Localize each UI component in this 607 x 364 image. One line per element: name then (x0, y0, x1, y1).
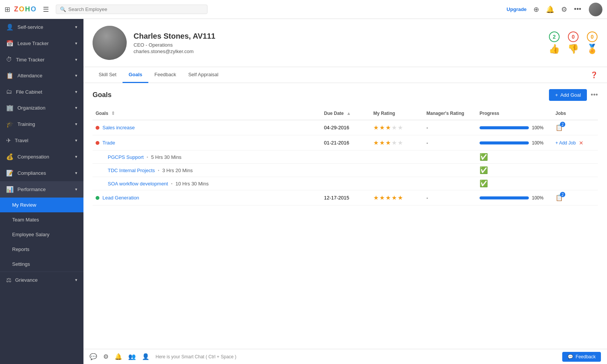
sidebar-item-organization[interactable]: 🏢 Organization ▾ (0, 100, 83, 116)
help-icon[interactable]: ❓ (590, 71, 598, 78)
goal-link-sales-increase[interactable]: Sales increase (102, 125, 135, 130)
avatar-placeholder (93, 26, 127, 60)
jobs-cell-lead: 📋 2 (555, 194, 595, 201)
tdc-hours: 3 Hrs 20 Mins (162, 168, 193, 173)
check-icon-tdc: ✅ (480, 166, 488, 174)
compensation-icon: 💰 (6, 153, 14, 160)
sidebar-label-time-tracker: Time Tracker (16, 57, 44, 63)
feedback-button[interactable]: 💬 Feedback (562, 352, 601, 362)
thumbs-up-icon: 👍 (549, 44, 560, 54)
sidebar-item-self-service[interactable]: 👤 Self-service ▾ (0, 19, 83, 35)
sidebar-label-grievance: Grievance (15, 277, 38, 283)
soa-hours: 10 Hrs 30 Mins (175, 181, 208, 187)
upgrade-button[interactable]: Upgrade (506, 6, 527, 12)
table-row: Lead Generation 12-17-2015 ★★★★★ - (93, 190, 598, 206)
notification-icon-bottom[interactable]: 🔔 (115, 353, 122, 360)
tab-skill-set[interactable]: Skill Set (93, 67, 123, 83)
users-icon-bottom[interactable]: 👥 (128, 353, 136, 360)
sidebar-label-self-service: Self-service (17, 24, 43, 30)
sidebar-label-settings: Settings (12, 261, 30, 267)
goal-link-trade[interactable]: Trade (102, 140, 115, 146)
sidebar-item-travel[interactable]: ✈ Travel ▾ (0, 132, 83, 149)
sub-goal-link-tdc[interactable]: TDC Internal Projects (108, 168, 155, 173)
sidebar-arrow-self-service: ▾ (75, 25, 77, 30)
jobs-icon-wrap[interactable]: 📋 2 (555, 124, 563, 131)
search-input[interactable] (68, 6, 203, 12)
sidebar-item-time-tracker[interactable]: ⏱ Time Tracker ▾ (0, 52, 83, 67)
profile-header: Charles Stones, AV111 CEO - Operations c… (83, 19, 607, 67)
grid-icon[interactable]: ⊞ (5, 5, 10, 14)
time-tracker-icon: ⏱ (6, 56, 12, 63)
add-goal-label: Add Goal (560, 92, 581, 98)
profile-title: CEO - Operations (134, 42, 542, 48)
progress-cell-lead: 100% (480, 195, 549, 201)
tabs: Skill Set Goals Feedback Self Appraisal … (83, 67, 607, 83)
dot-separator: • (147, 155, 148, 159)
sub-goal-link-pgcps[interactable]: PGCPS Support (108, 154, 144, 160)
sort-icon-due-date[interactable]: ▲ (346, 111, 351, 116)
col-managers-rating: Manager's Rating (423, 107, 476, 120)
sidebar-item-teammates[interactable]: Team Mates (0, 212, 83, 227)
sub-goal-link-soa[interactable]: SOA workflow development (108, 181, 168, 187)
managers-rating-sales: - (423, 120, 476, 135)
attendance-icon: 📋 (6, 72, 14, 79)
table-row: Sales increase 04-29-2016 ★★★★★ - (93, 120, 598, 135)
goal-link-lead-generation[interactable]: Lead Generation (102, 195, 139, 201)
add-job-button[interactable]: + Add Job (555, 140, 576, 146)
sidebar-arrow-grievance: ▾ (75, 278, 77, 282)
sidebar-item-file-cabinet[interactable]: 🗂 File Cabinet ▾ (0, 84, 83, 100)
goals-title: Goals (93, 91, 112, 99)
sidebar-item-employee-salary[interactable]: Employee Salary (0, 227, 83, 242)
settings-icon[interactable]: ⚙ (561, 5, 567, 14)
sidebar-item-compensation[interactable]: 💰 Compensation ▾ (0, 149, 83, 165)
goals-header: Goals + Add Goal ••• (93, 83, 598, 107)
sidebar-item-attendance[interactable]: 📋 Attendance ▾ (0, 67, 83, 84)
add-icon[interactable]: ⊕ (533, 5, 539, 14)
table-header: Goals ⇕ Due Date ▲ My Rating Manager's R… (93, 107, 598, 120)
goals-more-button[interactable]: ••• (591, 91, 598, 99)
tab-goals[interactable]: Goals (123, 67, 148, 83)
table-body: Sales increase 04-29-2016 ★★★★★ - (93, 120, 598, 206)
more-icon[interactable]: ••• (574, 5, 581, 13)
profile-info: Charles Stones, AV111 CEO - Operations c… (134, 32, 542, 54)
settings-icon-bottom[interactable]: ⚙ (103, 353, 109, 360)
sidebar-item-reports[interactable]: Reports (0, 242, 83, 257)
sidebar-item-compliances[interactable]: 📝 Compliances ▾ (0, 165, 83, 181)
chat-icon[interactable]: 💬 (90, 353, 97, 360)
avatar-image (589, 3, 602, 16)
sidebar-item-settings[interactable]: Settings (0, 257, 83, 271)
sidebar-label-reports: Reports (12, 246, 30, 252)
tab-self-appraisal[interactable]: Self Appraisal (182, 67, 225, 83)
sidebar-label-organization: Organization (17, 105, 46, 111)
sidebar-item-my-review[interactable]: My Review (0, 198, 83, 212)
goal-name-cell-lead: Lead Generation (96, 195, 318, 201)
sidebar-arrow-time-tracker: ▾ (75, 57, 77, 62)
sidebar-item-grievance[interactable]: ⚖ Grievance ▾ (0, 272, 83, 288)
sidebar-item-leave-tracker[interactable]: 📅 Leave Tracker ▾ (0, 35, 83, 52)
add-icon: + (555, 92, 558, 98)
jobs-cell-trade: + Add Job ✕ (555, 140, 595, 146)
sidebar-item-performance[interactable]: 📊 Performance ▾ (0, 181, 83, 198)
performance-icon: 📊 (6, 186, 14, 193)
sidebar-arrow-compliances: ▾ (75, 171, 77, 176)
goal-name-cell: Sales increase (96, 125, 318, 130)
progress-cell-trade: 100% (480, 140, 549, 146)
goal-name-cell-trade: Trade (96, 140, 318, 146)
jobs-icon-wrap-lead[interactable]: 📋 2 (555, 194, 563, 201)
col-progress: Progress (476, 107, 552, 120)
sort-icon-goals[interactable]: ⇕ (111, 111, 115, 116)
profile-icon-bottom[interactable]: 👤 (142, 353, 149, 360)
check-icon-pgcps: ✅ (480, 153, 488, 161)
search-bar[interactable]: 🔍 (56, 5, 208, 14)
avatar[interactable] (589, 3, 602, 16)
feedback-label: Feedback (576, 354, 596, 359)
bottom-bar: 💬 ⚙ 🔔 👥 👤 Here is your Smart Chat ( Ctrl… (83, 349, 607, 364)
delete-icon-trade[interactable]: ✕ (579, 140, 583, 146)
notification-icon[interactable]: 🔔 (546, 5, 554, 14)
tab-feedback[interactable]: Feedback (148, 67, 182, 83)
table-row: PGCPS Support • 5 Hrs 30 Mins ✅ (93, 151, 598, 164)
compliances-icon: 📝 (6, 169, 14, 177)
add-goal-button[interactable]: + Add Goal (549, 89, 587, 101)
back-icon[interactable]: ☰ (43, 5, 49, 14)
sidebar-item-training[interactable]: 🎓 Training ▾ (0, 116, 83, 132)
